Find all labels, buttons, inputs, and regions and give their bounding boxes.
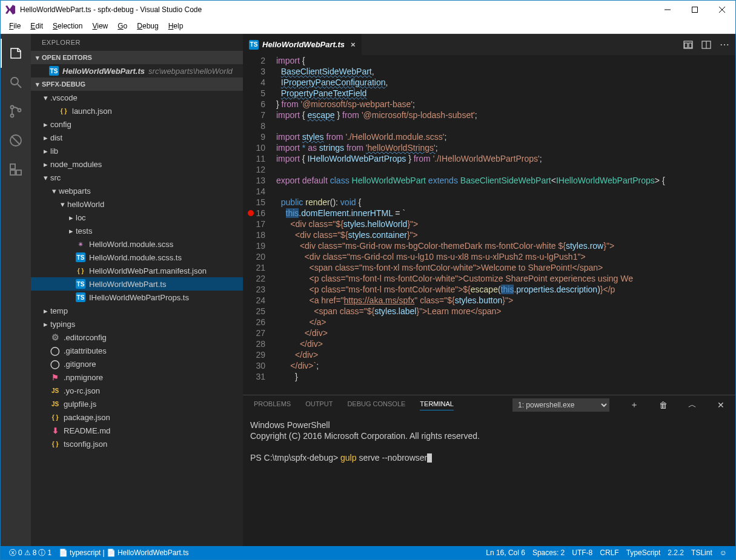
tree-file[interactable]: ◯.gitattributes: [31, 344, 243, 357]
panel-tab-terminal[interactable]: TERMINAL: [420, 400, 454, 410]
tree-folder[interactable]: ▸node_modules: [31, 157, 243, 171]
svg-rect-10: [685, 43, 688, 48]
terminal-selector[interactable]: 1: powershell.exe: [512, 398, 609, 412]
svg-rect-7: [10, 170, 15, 175]
menu-edit[interactable]: Edit: [25, 21, 48, 31]
menu-file[interactable]: File: [4, 21, 25, 31]
tree-file[interactable]: ✴HelloWorld.module.scss: [31, 237, 243, 251]
tree-folder[interactable]: ▾helloWorld: [31, 197, 243, 211]
editor-tabs: TS HelloWorldWebPart.ts × ⋯: [243, 34, 735, 55]
tree-folder[interactable]: ▸config: [31, 117, 243, 131]
tree-file[interactable]: JS.yo-rc.json: [31, 384, 243, 397]
json-icon: { }: [59, 106, 68, 116]
tree-file[interactable]: { }tsconfig.json: [31, 437, 243, 450]
md-icon: ⬇: [50, 426, 60, 435]
tree-folder[interactable]: ▾.vscode: [31, 91, 243, 104]
open-editor-item[interactable]: TS HelloWorldWebPart.ts src\webparts\hel…: [31, 64, 243, 77]
code-editor[interactable]: 2345678910111213141516171819202122232425…: [243, 55, 735, 395]
json-icon: { }: [50, 439, 60, 449]
css-icon: ✴: [76, 239, 85, 249]
maximize-button[interactable]: [681, 1, 708, 19]
status-errors[interactable]: ⓧ 0 ⚠ 8 ⓘ 1: [5, 548, 55, 558]
maximize-panel-icon[interactable]: ︿: [688, 400, 697, 410]
tree-file[interactable]: JSgulpfile.js: [31, 397, 243, 410]
js-icon: JS: [50, 399, 60, 409]
panel-tab-problems[interactable]: PROBLEMS: [254, 400, 291, 410]
ts-icon: TS: [76, 292, 85, 302]
menu-go[interactable]: Go: [113, 21, 132, 31]
status-mode[interactable]: TypeScript: [623, 548, 665, 557]
layout-icon[interactable]: [701, 40, 711, 50]
status-tslint[interactable]: TSLint: [688, 548, 716, 557]
menu-help[interactable]: Help: [164, 21, 188, 31]
tree-file[interactable]: TSIHelloWorldWebPartProps.ts: [31, 291, 243, 304]
svg-rect-9: [684, 41, 692, 48]
tree-file[interactable]: ⚑.npmignore: [31, 371, 243, 384]
svg-point-1: [11, 77, 18, 85]
typescript-icon: TS: [49, 66, 59, 76]
explorer-sidebar: EXPLORER ▾OPEN EDITORS TS HelloWorldWebP…: [31, 34, 243, 546]
kill-terminal-icon[interactable]: 🗑: [659, 400, 668, 410]
svg-point-2: [11, 106, 14, 109]
panel-tab-debug-console[interactable]: DEBUG CONSOLE: [347, 400, 405, 410]
menubar: File Edit Selection View Go Debug Help: [1, 19, 735, 34]
activity-search-icon[interactable]: [1, 68, 31, 97]
menu-view[interactable]: View: [87, 21, 113, 31]
terminal[interactable]: Windows PowerShell Copyright (C) 2016 Mi…: [243, 415, 735, 546]
svg-rect-6: [10, 164, 15, 169]
status-bar: ⓧ 0 ⚠ 8 ⓘ 1 📄 typescript | 📄 HelloWorldW…: [1, 546, 735, 559]
tree-file[interactable]: { }package.json: [31, 410, 243, 424]
tree-file[interactable]: ⬇README.md: [31, 424, 243, 437]
tree-file[interactable]: ◯.gitignore: [31, 357, 243, 371]
close-button[interactable]: [708, 1, 735, 19]
status-eol[interactable]: CRLF: [596, 548, 622, 557]
tree-file[interactable]: { }HelloWorldWebPart.manifest.json: [31, 264, 243, 277]
more-icon[interactable]: ⋯: [720, 39, 729, 50]
tree-folder[interactable]: ▸loc: [31, 211, 243, 224]
status-encoding[interactable]: UTF-8: [568, 548, 596, 557]
ts-icon: TS: [76, 252, 85, 262]
sidebar-title: EXPLORER: [31, 34, 243, 51]
activity-bar: [1, 34, 31, 546]
svg-rect-8: [16, 170, 21, 175]
tree-folder[interactable]: ▸temp: [31, 304, 243, 317]
status-spaces[interactable]: Spaces: 2: [529, 548, 568, 557]
editor-tab[interactable]: TS HelloWorldWebPart.ts ×: [243, 34, 362, 55]
status-feedback-icon[interactable]: ☺: [716, 548, 731, 557]
new-terminal-icon[interactable]: ＋: [630, 400, 638, 410]
activity-scm-icon[interactable]: [1, 97, 31, 126]
md-icon: ⚑: [50, 372, 60, 382]
status-position[interactable]: Ln 16, Col 6: [482, 548, 529, 557]
menu-debug[interactable]: Debug: [132, 21, 163, 31]
activity-extensions-icon[interactable]: [1, 155, 31, 184]
project-header[interactable]: ▾SPFX-DEBUG: [31, 77, 243, 91]
tree-folder[interactable]: ▾src: [31, 171, 243, 184]
panel-tab-output[interactable]: OUTPUT: [305, 400, 333, 410]
status-version[interactable]: 2.2.2: [664, 548, 688, 557]
window-titlebar: HelloWorldWebPart.ts - spfx-debug - Visu…: [1, 1, 735, 19]
split-editor-icon[interactable]: [683, 40, 693, 50]
activity-explorer-icon[interactable]: [1, 39, 31, 68]
file-tree: ▾.vscode{ }launch.json▸config▸dist▸lib▸n…: [31, 91, 243, 546]
tree-folder[interactable]: ▸typings: [31, 317, 243, 331]
activity-debug-icon[interactable]: [1, 126, 31, 155]
close-tab-icon[interactable]: ×: [351, 40, 356, 49]
tree-folder[interactable]: ▸dist: [31, 131, 243, 144]
js-icon: JS: [50, 386, 60, 395]
ts-icon: TS: [76, 279, 85, 289]
menu-selection[interactable]: Selection: [48, 21, 87, 31]
tree-folder[interactable]: ▾webparts: [31, 184, 243, 197]
tree-file[interactable]: TSHelloWorld.module.scss.ts: [31, 251, 243, 264]
minimize-button[interactable]: [654, 1, 681, 19]
tree-file[interactable]: TSHelloWorldWebPart.ts: [31, 277, 243, 291]
close-panel-icon[interactable]: ✕: [717, 400, 724, 410]
tree-file[interactable]: { }launch.json: [31, 104, 243, 117]
status-project[interactable]: 📄 typescript | 📄 HelloWorldWebPart.ts: [55, 548, 192, 557]
gh-icon: ◯: [50, 359, 60, 369]
tree-folder[interactable]: ▸lib: [31, 144, 243, 157]
tree-file[interactable]: ⚙.editorconfig: [31, 331, 243, 344]
open-editors-header[interactable]: ▾OPEN EDITORS: [31, 51, 243, 64]
svg-point-3: [11, 114, 14, 117]
typescript-icon: TS: [249, 40, 259, 50]
tree-folder[interactable]: ▸tests: [31, 224, 243, 237]
